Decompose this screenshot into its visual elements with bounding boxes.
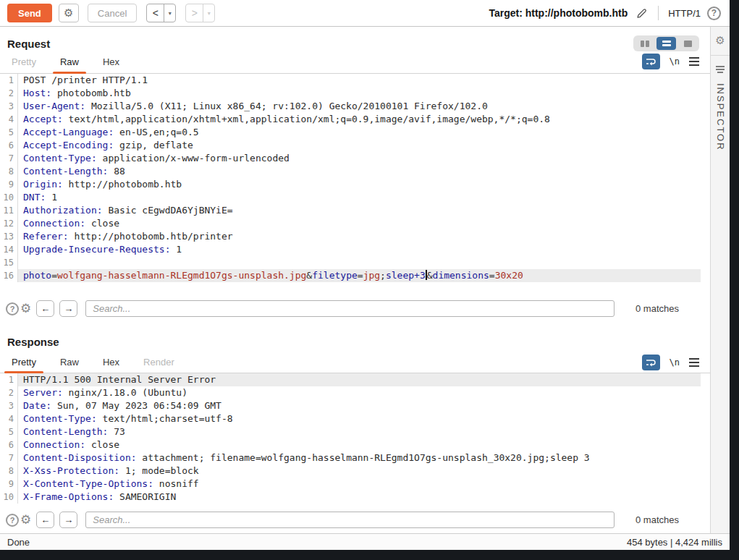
code-line[interactable]: 6Accept-Encoding: gzip, deflate xyxy=(0,139,701,152)
response-search-input[interactable] xyxy=(85,512,615,528)
code-token: SAMEORIGIN xyxy=(114,491,176,502)
code-line[interactable]: 8X-Xss-Protection: 1; mode=block xyxy=(0,464,701,478)
code-line[interactable]: 9X-Content-Type-Options: nosniff xyxy=(0,478,701,491)
code-line[interactable]: 10X-Frame-Options: SAMEORIGIN xyxy=(0,491,701,504)
layout-single-button[interactable] xyxy=(678,37,698,50)
request-editor[interactable]: 1POST /printer HTTP/1.12Host: photobomb.… xyxy=(0,74,701,282)
chevron-down-icon: ▾ xyxy=(208,10,211,17)
show-newlines-button[interactable]: \n xyxy=(670,357,680,368)
line-number: 3 xyxy=(0,100,18,113)
response-tab-raw[interactable]: Raw xyxy=(53,352,86,373)
inspector-settings-button[interactable]: ⚙ xyxy=(715,34,725,47)
code-token: http://photobomb.htb/printer xyxy=(69,231,233,242)
code-line[interactable]: 16photo=wolfgang-hasselmann-RLEgmd1O7gs-… xyxy=(0,269,701,282)
code-line[interactable]: 5Content-Length: 73 xyxy=(0,425,701,438)
history-forward-dropdown[interactable]: ▾ xyxy=(203,4,214,22)
line-number: 8 xyxy=(0,165,18,178)
layout-rows-button[interactable] xyxy=(656,37,676,50)
code-token: Origin: xyxy=(23,179,63,190)
request-tab-pretty[interactable]: Pretty xyxy=(4,50,43,73)
code-line[interactable]: 14Upgrade-Insecure-Requests: 1 xyxy=(0,243,701,256)
inspector-filter-button[interactable] xyxy=(716,66,725,73)
line-number: 2 xyxy=(0,87,18,100)
code-line[interactable]: 3User-Agent: Mozilla/5.0 (X11; Linux x86… xyxy=(0,100,701,113)
line-content: User-Agent: Mozilla/5.0 (X11; Linux x86_… xyxy=(18,100,701,113)
history-back-button[interactable]: < xyxy=(147,4,164,22)
inspector-tab[interactable]: INSPECTOR xyxy=(715,83,726,151)
code-line[interactable]: 6Connection: close xyxy=(0,438,701,451)
line-number: 14 xyxy=(0,243,18,256)
line-number: 8 xyxy=(0,464,18,478)
code-line[interactable]: 1POST /printer HTTP/1.1 xyxy=(0,74,701,87)
code-token: gzip, deflate xyxy=(114,140,193,150)
code-line[interactable]: 7Content-Disposition: attachment; filena… xyxy=(0,451,701,464)
line-number: 1 xyxy=(0,74,18,87)
line-content: photo=wolfgang-hasselmann-RLEgmd1O7gs-un… xyxy=(18,269,701,282)
search-help-button[interactable]: ? xyxy=(6,302,19,315)
code-line[interactable]: 10DNT: 1 xyxy=(0,191,701,204)
search-previous-button[interactable]: ← xyxy=(36,512,54,528)
word-wrap-toggle-button[interactable] xyxy=(642,355,660,370)
code-line[interactable]: 4Accept: text/html,application/xhtml+xml… xyxy=(0,113,701,126)
code-token: 30x20 xyxy=(495,270,523,281)
code-token: jpg xyxy=(363,270,380,281)
help-button[interactable]: ? xyxy=(707,7,721,20)
request-tab-hex[interactable]: Hex xyxy=(96,50,127,73)
code-line[interactable]: 1HTTP/1.1 500 Internal Server Error xyxy=(0,373,701,386)
response-view-tools: \n xyxy=(642,352,699,373)
response-editor[interactable]: 1HTTP/1.1 500 Internal Server Error2Serv… xyxy=(0,373,701,504)
response-tab-hex[interactable]: Hex xyxy=(96,352,127,373)
line-content: Content-Length: 73 xyxy=(18,425,701,438)
edit-target-button[interactable] xyxy=(634,6,649,20)
send-button[interactable]: Send xyxy=(7,4,52,22)
code-line[interactable]: 15 xyxy=(0,256,701,269)
code-token: Referer: xyxy=(23,231,69,242)
hamburger-icon xyxy=(689,57,699,59)
editor-menu-button[interactable] xyxy=(689,57,699,66)
code-line[interactable]: 2Host: photobomb.htb xyxy=(0,87,701,100)
code-token: & xyxy=(427,270,433,281)
code-token: Connection: xyxy=(23,218,85,229)
code-line[interactable]: 11Authorization: Basic cEgwdDA6YjBNYiE= xyxy=(0,204,701,217)
arrow-left-icon: ← xyxy=(41,303,50,314)
search-next-button[interactable]: → xyxy=(59,512,77,528)
line-content: X-Frame-Options: SAMEORIGIN xyxy=(18,491,701,504)
request-search-input[interactable] xyxy=(85,300,615,317)
search-next-button[interactable]: → xyxy=(59,300,77,317)
code-token: nginx/1.18.0 (Ubuntu) xyxy=(63,387,187,398)
response-tab-pretty[interactable]: Pretty xyxy=(4,352,43,373)
code-token: X-Xss-Protection: xyxy=(23,465,119,476)
message-panels: Request xyxy=(0,27,710,533)
code-token: = xyxy=(358,270,363,281)
code-line[interactable]: 5Accept-Language: en-US,en;q=0.5 xyxy=(0,126,701,139)
code-line[interactable]: 12Connection: close xyxy=(0,217,701,230)
line-number: 10 xyxy=(0,491,18,504)
response-tab-render[interactable]: Render xyxy=(136,352,182,373)
search-settings-button[interactable]: ⚙ xyxy=(20,512,31,527)
code-line[interactable]: 3Date: Sun, 07 May 2023 06:54:09 GMT xyxy=(0,399,701,412)
word-wrap-toggle-button[interactable] xyxy=(642,54,660,69)
search-help-button[interactable]: ? xyxy=(6,514,19,527)
request-tab-raw[interactable]: Raw xyxy=(53,50,86,73)
code-line[interactable]: 2Server: nginx/1.18.0 (Ubuntu) xyxy=(0,386,701,399)
cancel-button[interactable]: Cancel xyxy=(88,4,137,22)
code-line[interactable]: 4Content-Type: text/html;charset=utf-8 xyxy=(0,412,701,425)
history-back-dropdown[interactable]: ▾ xyxy=(164,4,175,22)
history-forward-button[interactable]: > xyxy=(186,4,203,22)
code-line[interactable]: 8Content-Length: 88 xyxy=(0,165,701,178)
layout-columns-button[interactable] xyxy=(635,37,654,50)
search-settings-button[interactable]: ⚙ xyxy=(20,301,31,316)
editor-menu-button[interactable] xyxy=(689,358,699,367)
arrow-right-icon: → xyxy=(64,514,73,525)
response-search-bar: ? ⚙ ← → 0 matches xyxy=(0,509,710,531)
status-bar: Done 454 bytes | 4,424 millis xyxy=(0,533,730,550)
response-header: Response xyxy=(0,331,710,352)
response-metrics: 454 bytes | 4,424 millis xyxy=(627,537,722,548)
code-line[interactable]: 7Content-Type: application/x-www-form-ur… xyxy=(0,152,701,165)
gear-icon: ⚙ xyxy=(20,512,31,527)
search-previous-button[interactable]: ← xyxy=(36,300,54,317)
show-newlines-button[interactable]: \n xyxy=(670,56,680,67)
code-line[interactable]: 13Referer: http://photobomb.htb/printer xyxy=(0,230,701,243)
code-line[interactable]: 9Origin: http://photobomb.htb xyxy=(0,178,701,191)
send-settings-button[interactable]: ⚙ xyxy=(59,4,79,22)
